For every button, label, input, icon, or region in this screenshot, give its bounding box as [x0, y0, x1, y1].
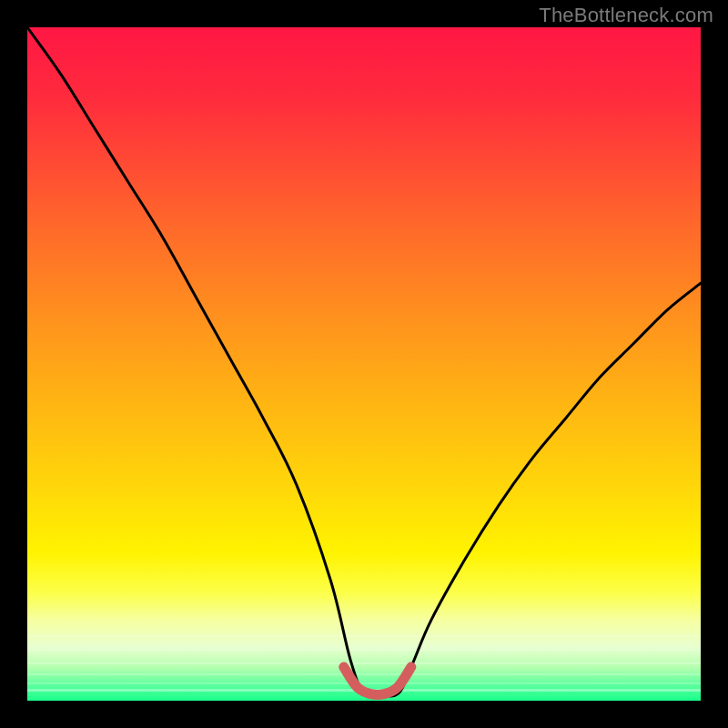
bottleneck-curve — [27, 27, 701, 697]
plot-area — [27, 27, 701, 701]
watermark-text: TheBottleneck.com — [539, 4, 713, 27]
bottleneck-curve-svg — [27, 27, 701, 701]
